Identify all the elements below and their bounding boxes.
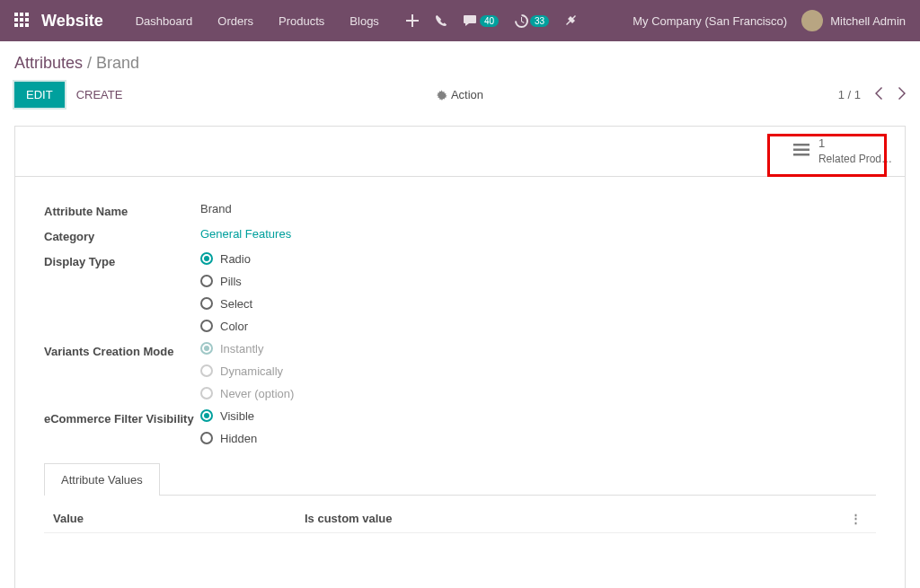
- variants-group: Instantly Dynamically Never (option): [200, 342, 876, 400]
- variants-label: Variants Creation Mode: [44, 342, 200, 358]
- messages-icon[interactable]: 40: [464, 14, 499, 27]
- radio-icon: [200, 275, 213, 287]
- display-type-select[interactable]: Select: [200, 297, 876, 311]
- svg-rect-6: [14, 23, 18, 27]
- attr-name-value: Brand: [200, 202, 876, 215]
- tab-attribute-values[interactable]: Attribute Values: [44, 463, 160, 496]
- variants-dynamically: Dynamically: [200, 364, 876, 378]
- pager-next[interactable]: [898, 87, 906, 103]
- action-label: Action: [451, 88, 483, 101]
- svg-rect-5: [25, 18, 29, 22]
- activities-icon[interactable]: 33: [515, 14, 549, 28]
- svg-rect-0: [14, 13, 18, 16]
- display-type-group: Radio Pills Select Color: [200, 252, 876, 333]
- user-menu[interactable]: Mitchell Admin: [801, 10, 906, 31]
- top-nav: Website Dashboard Orders Products Blogs …: [0, 0, 920, 41]
- activities-badge: 33: [530, 15, 549, 27]
- radio-icon: [200, 409, 213, 422]
- customize-icon[interactable]: [565, 14, 578, 27]
- col-menu-icon[interactable]: ⋮: [845, 512, 867, 525]
- nav-blogs[interactable]: Blogs: [339, 9, 390, 33]
- control-bar: EDIT CREATE Action 1 / 1: [0, 82, 920, 118]
- action-dropdown[interactable]: Action: [437, 88, 483, 101]
- nav-right: My Company (San Francisco) Mitchell Admi…: [632, 10, 906, 31]
- content-area[interactable]: 1 Related Prod… Attribute Name Brand Cat…: [0, 118, 920, 588]
- variants-instantly: Instantly: [200, 342, 876, 355]
- category-label: Category: [44, 227, 200, 243]
- filter-group: Visible Hidden: [200, 409, 876, 445]
- messages-badge: 40: [480, 15, 499, 27]
- nav-dashboard[interactable]: Dashboard: [125, 9, 204, 33]
- tabs: Attribute Values: [44, 463, 876, 496]
- display-type-label: Display Type: [44, 252, 200, 268]
- table-header: Value Is custom value ⋮: [44, 505, 876, 533]
- form-card: 1 Related Prod… Attribute Name Brand Cat…: [14, 126, 906, 588]
- stat-label: Related Prod…: [818, 152, 892, 167]
- svg-rect-9: [793, 144, 809, 146]
- radio-icon: [200, 432, 213, 444]
- radio-icon: [200, 387, 213, 399]
- edit-button[interactable]: EDIT: [14, 82, 65, 108]
- svg-rect-10: [793, 148, 809, 151]
- svg-rect-3: [14, 18, 18, 22]
- app-brand[interactable]: Website: [41, 12, 103, 31]
- breadcrumb-current: Brand: [96, 54, 139, 72]
- radio-icon: [200, 320, 213, 332]
- related-products-button[interactable]: 1 Related Prod…: [781, 127, 905, 176]
- variants-never: Never (option): [200, 387, 876, 400]
- filter-label: eCommerce Filter Visibility: [44, 409, 200, 426]
- svg-rect-2: [25, 13, 29, 16]
- radio-icon: [200, 364, 213, 377]
- svg-rect-4: [20, 18, 23, 22]
- filter-visible[interactable]: Visible: [200, 409, 876, 423]
- attr-name-label: Attribute Name: [44, 202, 200, 218]
- breadcrumb: Attributes / Brand: [14, 54, 139, 73]
- tab-content: Value Is custom value ⋮: [44, 496, 876, 533]
- svg-rect-8: [25, 23, 29, 27]
- stat-value: 1: [818, 136, 892, 152]
- svg-rect-11: [793, 154, 809, 156]
- display-type-color[interactable]: Color: [200, 320, 876, 333]
- form-body: Attribute Name Brand Category General Fe…: [15, 177, 905, 558]
- pager-prev[interactable]: [875, 87, 883, 103]
- nav-orders[interactable]: Orders: [207, 9, 264, 33]
- category-value[interactable]: General Features: [200, 227, 876, 241]
- pager-text: 1 / 1: [838, 88, 861, 101]
- svg-rect-1: [20, 13, 23, 16]
- pager: 1 / 1: [838, 87, 906, 103]
- bars-icon: [793, 144, 809, 159]
- svg-rect-7: [20, 23, 23, 27]
- radio-icon: [200, 252, 213, 265]
- company-selector[interactable]: My Company (San Francisco): [632, 14, 787, 28]
- radio-icon: [200, 342, 213, 355]
- nav-items: Dashboard Orders Products Blogs: [125, 9, 390, 33]
- nav-icons: 40 33: [406, 14, 578, 28]
- gear-icon: [437, 90, 447, 101]
- breadcrumb-sep: /: [87, 54, 92, 72]
- breadcrumb-bar: Attributes / Brand: [0, 41, 920, 82]
- button-box: 1 Related Prod…: [15, 127, 905, 177]
- radio-icon: [200, 297, 213, 310]
- breadcrumb-parent[interactable]: Attributes: [14, 54, 83, 72]
- display-type-radio[interactable]: Radio: [200, 252, 876, 266]
- new-content-icon[interactable]: [406, 14, 419, 27]
- filter-hidden[interactable]: Hidden: [200, 432, 876, 445]
- create-button[interactable]: CREATE: [65, 82, 135, 108]
- display-type-pills[interactable]: Pills: [200, 275, 876, 288]
- nav-products[interactable]: Products: [268, 9, 335, 33]
- avatar: [801, 10, 823, 31]
- username: Mitchell Admin: [830, 14, 906, 28]
- col-custom[interactable]: Is custom value: [305, 512, 845, 525]
- phone-icon[interactable]: [435, 14, 447, 27]
- apps-grid-icon[interactable]: [14, 13, 29, 30]
- col-value[interactable]: Value: [53, 512, 305, 525]
